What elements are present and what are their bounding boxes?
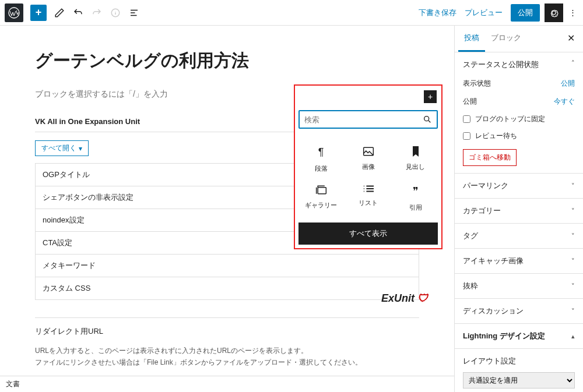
tag-panel[interactable]: タグ˅ [455, 224, 583, 249]
chevron-down-icon: ˅ [571, 282, 575, 290]
permalink-panel[interactable]: パーマリンク˅ [455, 174, 583, 199]
chevron-down-icon: ˅ [571, 308, 575, 315]
featured-image-panel[interactable]: アイキャッチ画像˅ [455, 249, 583, 274]
visibility-value[interactable]: 公開 [561, 79, 575, 89]
gallery-icon [315, 185, 327, 195]
excerpt-panel[interactable]: 抜粋˅ [455, 274, 583, 299]
more-icon[interactable]: ⋮ [567, 3, 578, 22]
add-block-button[interactable]: + [30, 5, 47, 21]
status-panel: ステータスと公開状態 ˄ 表示状態公開 公開今すぐ ブログのトップに固定 レビュ… [455, 52, 583, 174]
paragraph-icon: ¶ [318, 146, 324, 158]
redirect-desc: ファイルにリンクさせたい場合は「File Link」ボタンからファイルをアップロ… [35, 356, 419, 368]
redo-icon [89, 5, 105, 21]
bookmark-icon [412, 146, 420, 157]
panel-item[interactable]: カスタム CSS [36, 277, 419, 299]
post-title[interactable]: グーテンベルグの利用方法 [35, 49, 419, 73]
chevron-down-icon: ˅ [571, 207, 575, 215]
discussion-panel[interactable]: ディスカッション˅ [455, 299, 583, 324]
wordpress-logo[interactable] [5, 3, 23, 22]
show-all-button[interactable]: すべて表示 [298, 223, 438, 245]
block-list[interactable]: リスト [346, 180, 391, 217]
redirect-desc: URLを入力すると、このページは表示されずに入力されたURLのページを表示します… [35, 345, 419, 356]
stick-checkbox[interactable]: ブログのトップに固定 [463, 111, 575, 128]
redirect-title: リダイレクト用URL [35, 326, 419, 337]
chevron-down-icon: ˅ [571, 257, 575, 265]
publish-date-value[interactable]: 今すぐ [554, 97, 575, 107]
block-image[interactable]: 画像 [346, 142, 391, 178]
edit-icon[interactable] [51, 5, 68, 21]
quote-icon: ❞ [413, 185, 419, 197]
block-search[interactable] [298, 110, 438, 129]
category-panel[interactable]: カテゴリー˅ [455, 199, 583, 224]
lightning-panel[interactable]: Lightning デザイン設定▴ [455, 324, 583, 349]
block-paragraph[interactable]: ¶段落 [298, 142, 343, 178]
list-icon [363, 185, 374, 193]
info-icon[interactable] [107, 5, 124, 21]
chevron-up-icon[interactable]: ˄ [571, 59, 575, 70]
block-heading[interactable]: 見出し [393, 142, 438, 178]
settings-icon[interactable] [545, 3, 563, 22]
trash-button[interactable]: ゴミ箱へ移動 [463, 149, 517, 166]
chevron-up-icon: ▴ [571, 333, 575, 340]
chevron-down-icon: ˅ [571, 182, 575, 190]
layout-panel: レイアウト設定 共通設定を適用 [455, 349, 583, 392]
image-icon [363, 146, 374, 157]
search-icon [423, 115, 432, 124]
undo-icon[interactable] [70, 5, 86, 21]
layout-select[interactable]: 共通設定を適用 [463, 372, 575, 389]
status-title: ステータスと公開状態 [463, 59, 539, 70]
review-checkbox[interactable]: レビュー待ち [463, 128, 575, 144]
block-inserter-popup: + ¶段落 画像 見出し ギャラリー リスト ❞引用 すべて表示 [294, 84, 442, 249]
settings-sidebar: 投稿 ブロック ✕ ステータスと公開状態 ˄ 表示状態公開 公開今すぐ ブログの… [454, 26, 583, 392]
panel-item[interactable]: メタキーワード [36, 255, 419, 277]
bottom-bar[interactable]: 文書 [0, 376, 454, 392]
add-icon[interactable]: + [424, 90, 437, 103]
expand-all-button[interactable]: すべて開く ▾ [35, 140, 89, 156]
preview-button[interactable]: プレビュー [465, 8, 503, 18]
tab-post[interactable]: 投稿 [458, 26, 485, 52]
block-quote[interactable]: ❞引用 [393, 180, 438, 217]
save-draft-button[interactable]: 下書き保存 [419, 8, 456, 18]
svg-rect-4 [318, 188, 326, 194]
publish-button[interactable]: 公開 [511, 4, 540, 22]
tab-block[interactable]: ブロック [485, 26, 527, 52]
outline-icon[interactable] [126, 5, 142, 21]
block-gallery[interactable]: ギャラリー [298, 180, 343, 217]
chevron-down-icon: ˅ [571, 232, 575, 240]
svg-point-2 [424, 116, 429, 121]
exunit-logo: ExUnit 🛡 [381, 292, 428, 305]
search-input[interactable] [304, 115, 423, 124]
close-icon[interactable]: ✕ [563, 26, 580, 52]
